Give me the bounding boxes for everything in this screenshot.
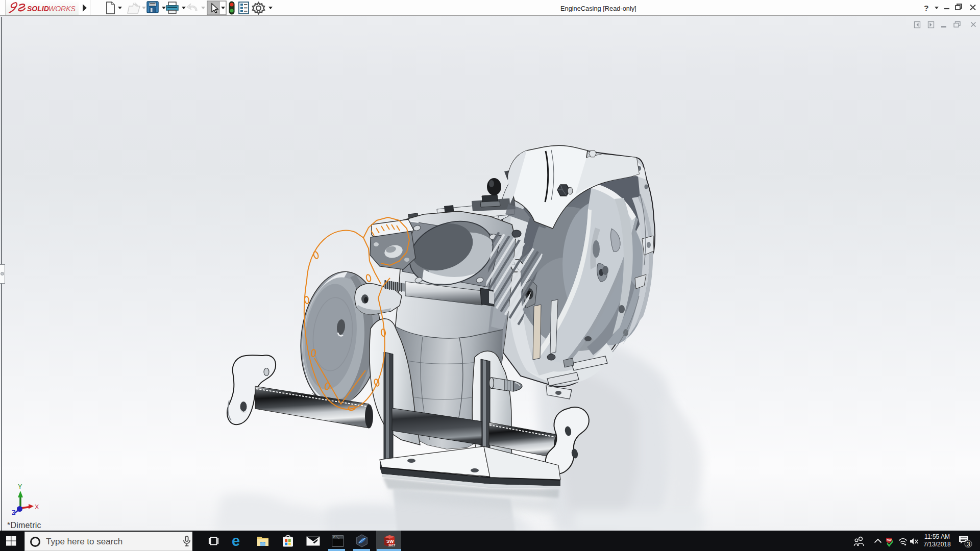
svg-text:e: e bbox=[232, 534, 240, 548]
svg-text:Y: Y bbox=[18, 483, 22, 490]
svg-text:?: ? bbox=[924, 4, 928, 12]
svg-text:SW: SW bbox=[887, 539, 892, 542]
svg-text:SOLID: SOLID bbox=[27, 5, 49, 13]
svg-text:X: X bbox=[35, 504, 39, 511]
svg-text:2017: 2017 bbox=[388, 544, 396, 547]
svg-text:WORKS: WORKS bbox=[48, 5, 76, 13]
svg-text:Z: Z bbox=[12, 509, 15, 516]
svg-text:SW: SW bbox=[386, 539, 394, 544]
svg-text:3: 3 bbox=[967, 541, 970, 548]
